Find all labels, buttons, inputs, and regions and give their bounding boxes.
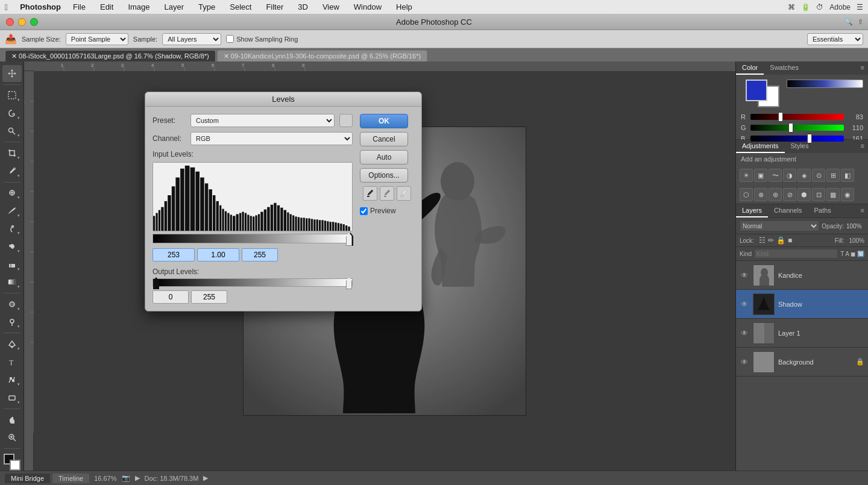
channel-mixer-icon[interactable]: ⊗ xyxy=(754,188,767,201)
menu-help[interactable]: Help xyxy=(394,1,415,13)
sample-select[interactable]: All Layers Current Layer xyxy=(162,33,221,45)
menu-layer[interactable]: Layer xyxy=(162,1,187,13)
blur-tool[interactable]: ▾ xyxy=(2,296,22,313)
output-black-value[interactable] xyxy=(153,290,189,304)
kind-filter-icon[interactable]: T A ◼ 🔟 xyxy=(840,251,864,257)
lock-position-icon[interactable]: 🔒 xyxy=(776,236,785,245)
hue-sat-icon[interactable]: ⊙ xyxy=(812,169,825,182)
layer-1[interactable]: 👁 Layer 1 xyxy=(736,319,868,348)
menu-file[interactable]: File xyxy=(71,1,88,13)
pen-tool[interactable]: ▾ xyxy=(2,336,22,352)
lasso-tool[interactable]: ▾ xyxy=(2,105,22,122)
shape-tool[interactable]: ▾ xyxy=(2,389,22,406)
show-sampling-ring-label[interactable]: Show Sampling Ring xyxy=(226,35,298,43)
blue-slider-thumb[interactable] xyxy=(807,134,812,143)
tab-1[interactable]: ✕ 08-iStock_000011057163Large.psd @ 16.7… xyxy=(5,50,216,61)
photo-filter-icon[interactable]: ⬡ xyxy=(740,188,753,201)
layer-1-visibility[interactable]: 👁 xyxy=(740,328,749,338)
lock-transparent-icon[interactable]: ☷ xyxy=(759,236,766,245)
essentials-dropdown[interactable]: Essentials Photography Painting xyxy=(807,33,863,45)
maximize-button[interactable] xyxy=(30,18,38,26)
preview-checkbox[interactable] xyxy=(360,207,368,215)
marquee-tool[interactable]: ▾ xyxy=(2,87,22,104)
tab-layers[interactable]: Layers xyxy=(736,204,768,217)
gradient-tool[interactable]: ▾ xyxy=(2,274,22,291)
output-black-thumb[interactable] xyxy=(153,277,159,289)
invert-icon[interactable]: ⊘ xyxy=(783,188,796,201)
history-brush-tool[interactable]: ▾ xyxy=(2,238,22,255)
tab-color[interactable]: Color xyxy=(736,61,764,75)
input-black-value[interactable] xyxy=(153,248,195,261)
layer-kandice-visibility[interactable]: 👁 xyxy=(740,271,749,280)
show-sampling-ring-checkbox[interactable] xyxy=(226,35,234,43)
menu-edit[interactable]: Edit xyxy=(98,1,116,13)
cancel-button[interactable]: Cancel xyxy=(360,132,408,146)
timeline-tab[interactable]: Timeline xyxy=(52,474,89,483)
menu-filter[interactable]: Filter xyxy=(263,1,286,13)
white-eyedropper-icon[interactable] xyxy=(397,186,411,201)
menu-image[interactable]: Image xyxy=(125,1,152,13)
text-tool[interactable]: T xyxy=(2,354,22,371)
posterize-icon[interactable]: ⬢ xyxy=(797,188,811,201)
tab-paths[interactable]: Paths xyxy=(808,204,837,217)
output-slider[interactable] xyxy=(153,278,353,287)
options-button[interactable]: Options... xyxy=(360,168,408,183)
zoom-tool[interactable] xyxy=(2,429,22,446)
color-balance-icon[interactable]: ⊞ xyxy=(826,169,840,182)
selective-color-icon[interactable]: ◉ xyxy=(841,188,854,201)
layers-panel-menu-icon[interactable]: ≡ xyxy=(857,204,868,217)
input-mid-value[interactable] xyxy=(197,248,239,261)
ok-button[interactable]: OK xyxy=(360,114,408,128)
levels-icon[interactable]: ▣ xyxy=(754,169,767,182)
app-name[interactable]: Photoshop xyxy=(20,2,61,11)
foreground-color[interactable] xyxy=(2,454,22,471)
mini-bridge-tab[interactable]: Mini Bridge xyxy=(5,474,50,483)
vibrance-icon[interactable]: ◈ xyxy=(797,169,811,182)
minimize-button[interactable] xyxy=(18,18,26,26)
layer-background[interactable]: 👁 Background 🔒 xyxy=(736,348,868,377)
blend-mode-select[interactable]: Normal Multiply Screen xyxy=(740,221,819,231)
auto-button[interactable]: Auto xyxy=(360,150,408,164)
eyedropper-tool[interactable]: ▾ xyxy=(2,163,22,180)
layer-shadow-visibility[interactable]: 👁 xyxy=(740,299,749,309)
output-white-value[interactable] xyxy=(191,290,227,304)
bw-icon[interactable]: ◧ xyxy=(841,169,854,182)
clone-stamp-tool[interactable]: ▾ xyxy=(2,221,22,237)
red-slider-thumb[interactable] xyxy=(778,112,783,122)
tab-adjustments[interactable]: Adjustments xyxy=(736,140,785,153)
healing-tool[interactable]: ▾ xyxy=(2,185,22,202)
crop-tool[interactable]: ▾ xyxy=(2,145,22,161)
sample-size-select[interactable]: Point Sample 3 by 3 Average 5 by 5 Avera… xyxy=(66,33,128,45)
move-tool[interactable] xyxy=(2,65,22,82)
layer-shadow[interactable]: 👁 Shadow xyxy=(736,290,868,319)
brightness-contrast-icon[interactable]: ☀ xyxy=(740,169,753,182)
output-white-thumb[interactable] xyxy=(346,277,352,289)
kind-search-input[interactable] xyxy=(754,249,838,258)
levels-settings-button[interactable]: ⚙ xyxy=(339,114,353,127)
menu-type[interactable]: Type xyxy=(196,1,218,13)
dodge-tool[interactable]: ▾ xyxy=(2,314,22,331)
input-white-value[interactable] xyxy=(242,248,278,261)
lock-image-icon[interactable]: ✏ xyxy=(768,236,774,245)
brush-tool[interactable]: ▾ xyxy=(2,202,22,219)
tab-channels[interactable]: Channels xyxy=(768,204,808,217)
channel-select[interactable]: RGB Red Green Blue xyxy=(190,132,353,145)
layer-kandice[interactable]: 👁 Kandice xyxy=(736,261,868,290)
threshold-icon[interactable]: ⊡ xyxy=(812,188,825,201)
close-button[interactable] xyxy=(6,18,14,26)
gray-eyedropper-icon[interactable] xyxy=(380,186,394,201)
tab-2[interactable]: ✕ 09-10KandiceLynn19-306-to-composite.ps… xyxy=(217,50,427,61)
menu-view[interactable]: View xyxy=(320,1,342,13)
eraser-tool[interactable]: ▾ xyxy=(2,256,22,273)
path-tool[interactable]: ▾ xyxy=(2,372,22,389)
menu-3d[interactable]: 3D xyxy=(295,1,310,13)
black-eyedropper-icon[interactable] xyxy=(363,186,377,201)
panel-menu-icon[interactable]: ≡ xyxy=(857,61,868,75)
hand-tool[interactable] xyxy=(2,411,22,428)
menu-window[interactable]: Window xyxy=(351,1,384,13)
foreground-color-box[interactable] xyxy=(746,80,767,101)
curves-icon[interactable]: 〜 xyxy=(769,169,782,182)
adj-panel-menu-icon[interactable]: ≡ xyxy=(857,140,868,153)
quick-select-tool[interactable]: ▾ xyxy=(2,123,22,140)
gradient-map-icon[interactable]: ▦ xyxy=(826,188,840,201)
